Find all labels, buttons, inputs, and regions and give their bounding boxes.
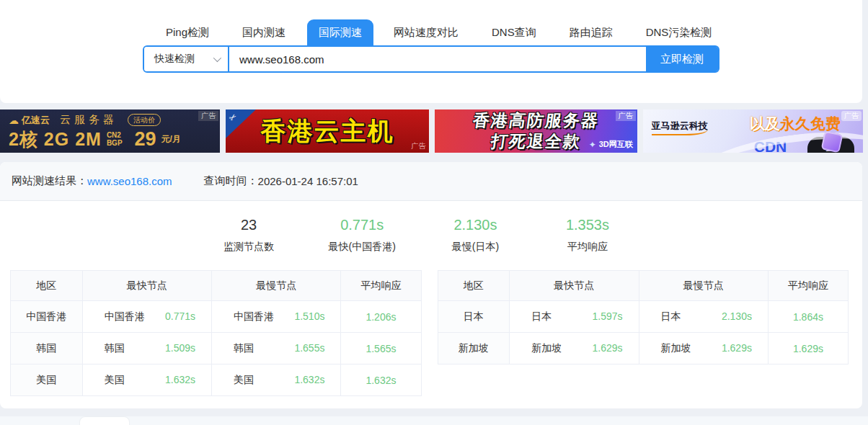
result-label: 网站测速结果： [12,174,87,188]
node-name: 新加坡 [661,342,691,355]
fast-node-cell: 新加坡1.629s [510,333,639,364]
detect-mode-value: 快速检测 [154,53,195,66]
avg-cell: 1.864s [768,301,848,333]
ad-price: 29 [135,128,156,151]
result-header: 网站测速结果： www.seo168.com 查询时间： 2026-01-24 … [0,162,862,201]
ad-banner-hk-cloud[interactable]: ✂ 香港云主机 广告 [226,109,428,153]
ad-banner-yisuyun[interactable]: 广告 ☁亿速云 云服务器 活动价 2核 2G 2M CN2BGP 29 元/月 [0,109,220,153]
chevron-down-icon [213,54,221,62]
node-value: 1.510s [294,310,324,322]
col-fastest-node: 最快节点 [82,271,211,301]
stat-fastest: 0.771s 最快(中国香港) [329,217,396,254]
search-bar: 快速检测 立即检测 [143,45,719,73]
tab-domestic-speed[interactable]: 国内测速 [241,19,287,45]
tab-ping[interactable]: Ping检测 [164,19,211,45]
diamond-icon: ✦ [589,140,596,150]
tab-dns-query[interactable]: DNS查询 [490,19,538,45]
region-cell: 日本 [438,301,510,333]
slow-node-cell: 日本2.130s [639,301,768,333]
col-slowest-node: 最慢节点 [212,271,341,301]
ad-product: 云服务器 [60,113,118,127]
avg-value: 1.629s [793,343,823,354]
avg-cell: 1.632s [341,364,421,396]
region-table-left: 地区 最快节点 最慢节点 平均响应 中国香港中国香港0.771s中国香港1.51… [10,270,422,396]
query-time-label: 查询时间： [204,174,258,188]
tool-tabs: Ping检测 国内测速 国际测速 网站速度对比 DNS查询 路由追踪 DNS污染… [0,19,862,45]
col-slowest-node: 最慢节点 [639,271,768,301]
ad-badge: 广告 [841,111,862,121]
node-name: 日本 [531,310,552,323]
ad-banner-aws-cdn[interactable]: 广告 亚马逊云科技 以及永久免费 CDN加速服务 立即注册 [643,109,863,153]
ad-badge: 广告 [412,141,426,151]
tested-url-link[interactable]: www.seo168.com [87,175,172,187]
node-value: 1.629s [593,342,623,354]
avg-value: 1.864s [793,311,823,323]
col-average: 平均响应 [341,271,421,301]
slow-node-cell: 韩国1.655s [212,333,341,364]
tab-dns-pollution[interactable]: DNS污染检测 [645,19,714,45]
avg-cell: 1.629s [768,333,848,364]
node-value: 1.509s [165,342,195,354]
table-row: 中国香港中国香港0.771s中国香港1.510s1.206s [11,301,422,333]
ad-spec-small: CN2BGP [107,132,123,147]
region-cell: 韩国 [11,333,83,364]
table-row: 新加坡新加坡1.629s新加坡1.629s1.629s [438,333,849,364]
node-value: 0.771s [165,310,195,322]
speed-result-panel: 网站测速结果： www.seo168.com 查询时间： 2026-01-24 … [0,162,862,408]
bottom-section-tab[interactable] [79,416,130,425]
table-row: 日本日本1.597s日本2.130s1.864s [438,301,849,333]
ad-title: 香港云主机 [260,115,394,148]
ad-price-tag: 活动价 [128,114,161,126]
table-row: 韩国韩国1.509s韩国1.655s1.565s [11,333,422,364]
region-table-right: 地区 最快节点 最慢节点 平均响应 日本日本1.597s日本2.130s1.86… [438,270,849,364]
yisuyun-logo: ☁亿速云 [9,114,50,127]
detect-now-button[interactable]: 立即检测 [646,47,718,71]
node-name: 新加坡 [531,342,562,355]
ad-badge: 广告 [616,111,636,121]
tab-route-trace[interactable]: 路由追踪 [568,19,614,45]
summary-stats: 23 监测节点数 0.771s 最快(中国香港) 2.130s 最慢(日本) 1… [216,217,620,254]
ad-banner-hk-gaofang[interactable]: 广告 香港高防服务器 打死退全款 ✦3D网互联 [435,109,637,153]
tab-site-speed-compare[interactable]: 网站速度对比 [392,19,460,45]
node-name: 中国香港 [234,310,274,323]
tab-international-speed[interactable]: 国际测速 [307,19,373,45]
speedtest-panel: Ping检测 国内测速 国际测速 网站速度对比 DNS查询 路由追踪 DNS污染… [0,0,862,103]
avg-cell: 1.206s [341,301,421,333]
stat-slowest: 2.130s 最慢(日本) [443,217,508,254]
table-header-row: 地区 最快节点 最慢节点 平均响应 [438,271,849,301]
ad-brand-logo: ✦3D网互联 [589,139,633,150]
stat-average: 1.353s 平均响应 [555,217,620,254]
slow-node-cell: 美国1.632s [212,364,341,396]
next-section-strip [0,416,868,425]
avg-value: 1.206s [366,311,396,323]
table-row: 美国美国1.632s美国1.632s1.632s [11,364,422,396]
node-value: 1.629s [722,342,752,354]
node-value: 1.632s [294,374,324,385]
avg-value: 1.632s [366,375,396,386]
avg-cell: 1.565s [341,333,421,364]
avg-value: 1.565s [366,343,396,354]
region-cell: 新加坡 [438,333,510,364]
ad-spec: 2核 2G 2M [9,128,102,151]
col-average: 平均响应 [768,271,848,301]
slow-node-cell: 新加坡1.629s [639,333,768,364]
node-name: 韩国 [234,342,254,355]
col-fastest-node: 最快节点 [510,271,639,301]
stat-node-count: 23 监测节点数 [216,217,281,254]
col-region: 地区 [11,271,83,301]
node-name: 美国 [234,374,254,387]
node-value: 1.632s [165,374,195,385]
query-time-value: 2026-01-24 16:57:01 [258,175,358,187]
ad-line1: 香港高防服务器 [471,109,600,132]
node-name: 美国 [105,374,125,387]
node-name: 韩国 [105,342,125,355]
node-value: 1.597s [593,310,623,322]
detect-mode-select[interactable]: 快速检测 [144,47,229,71]
fast-node-cell: 美国1.632s [82,364,211,396]
ad-price-unit: 元/月 [161,133,181,146]
cloud-icon: ☁ [9,115,19,126]
url-input[interactable] [229,47,646,71]
node-value: 1.655s [294,342,324,354]
fast-node-cell: 日本1.597s [510,301,639,333]
aws-logo: 亚马逊云科技 [652,120,708,135]
